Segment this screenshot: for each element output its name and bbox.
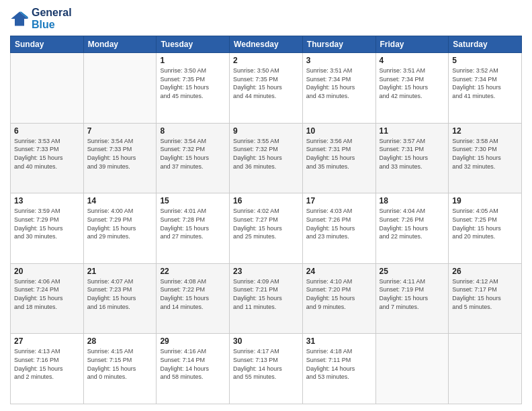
- calendar-cell: [11, 53, 84, 124]
- day-info: Sunrise: 4:05 AM Sunset: 7:25 PM Dayligh…: [452, 207, 518, 240]
- day-info: Sunrise: 4:04 AM Sunset: 7:26 PM Dayligh…: [380, 207, 445, 240]
- day-number: 5: [452, 56, 518, 65]
- calendar-cell: 5Sunrise: 3:52 AM Sunset: 7:34 PM Daylig…: [449, 53, 522, 124]
- weekday-header-wednesday: Wednesday: [230, 36, 303, 53]
- day-number: 18: [380, 196, 445, 205]
- day-info: Sunrise: 3:53 AM Sunset: 7:33 PM Dayligh…: [14, 137, 80, 171]
- logo: General Blue: [10, 7, 72, 30]
- calendar-cell: 27Sunrise: 4:13 AM Sunset: 7:16 PM Dayli…: [11, 334, 84, 404]
- day-info: Sunrise: 4:06 AM Sunset: 7:24 PM Dayligh…: [14, 277, 80, 311]
- calendar-cell: 6Sunrise: 3:53 AM Sunset: 7:33 PM Daylig…: [11, 123, 84, 193]
- weekday-header-tuesday: Tuesday: [157, 36, 230, 53]
- calendar-cell: 15Sunrise: 4:01 AM Sunset: 7:28 PM Dayli…: [157, 193, 230, 264]
- day-number: 14: [87, 196, 153, 205]
- calendar-cell: 26Sunrise: 4:12 AM Sunset: 7:17 PM Dayli…: [449, 263, 522, 334]
- calendar-cell: 22Sunrise: 4:08 AM Sunset: 7:22 PM Dayli…: [157, 263, 230, 334]
- calendar-cell: 10Sunrise: 3:56 AM Sunset: 7:31 PM Dayli…: [302, 123, 375, 193]
- calendar-cell: 28Sunrise: 4:15 AM Sunset: 7:15 PM Dayli…: [83, 334, 157, 404]
- day-number: 19: [452, 196, 518, 205]
- day-number: 27: [14, 336, 80, 346]
- day-info: Sunrise: 4:18 AM Sunset: 7:11 PM Dayligh…: [306, 347, 372, 381]
- day-info: Sunrise: 3:56 AM Sunset: 7:31 PM Dayligh…: [306, 137, 372, 171]
- calendar-cell: 2Sunrise: 3:50 AM Sunset: 7:35 PM Daylig…: [230, 53, 303, 124]
- weekday-header-sunday: Sunday: [11, 36, 84, 53]
- week-row-5: 27Sunrise: 4:13 AM Sunset: 7:16 PM Dayli…: [11, 334, 522, 404]
- calendar-cell: 18Sunrise: 4:04 AM Sunset: 7:26 PM Dayli…: [375, 193, 449, 264]
- calendar-cell: 13Sunrise: 3:59 AM Sunset: 7:29 PM Dayli…: [11, 193, 84, 264]
- day-info: Sunrise: 4:17 AM Sunset: 7:13 PM Dayligh…: [233, 347, 299, 381]
- day-info: Sunrise: 3:54 AM Sunset: 7:33 PM Dayligh…: [87, 137, 153, 171]
- calendar-cell: 24Sunrise: 4:10 AM Sunset: 7:20 PM Dayli…: [302, 263, 375, 334]
- day-info: Sunrise: 3:51 AM Sunset: 7:34 PM Dayligh…: [380, 66, 445, 100]
- day-number: 7: [87, 126, 153, 136]
- day-number: 28: [87, 336, 153, 346]
- calendar-cell: 20Sunrise: 4:06 AM Sunset: 7:24 PM Dayli…: [11, 263, 84, 334]
- calendar-cell: [83, 53, 157, 124]
- day-number: 8: [160, 126, 226, 136]
- day-info: Sunrise: 3:51 AM Sunset: 7:34 PM Dayligh…: [306, 66, 372, 100]
- week-row-1: 1Sunrise: 3:50 AM Sunset: 7:35 PM Daylig…: [11, 53, 522, 124]
- day-number: 13: [14, 196, 80, 205]
- calendar-cell: 30Sunrise: 4:17 AM Sunset: 7:13 PM Dayli…: [230, 334, 303, 404]
- week-row-3: 13Sunrise: 3:59 AM Sunset: 7:29 PM Dayli…: [11, 193, 522, 264]
- day-number: 1: [160, 56, 226, 65]
- day-info: Sunrise: 4:11 AM Sunset: 7:19 PM Dayligh…: [380, 277, 445, 311]
- calendar-cell: 12Sunrise: 3:58 AM Sunset: 7:30 PM Dayli…: [449, 123, 522, 193]
- logo-icon: [10, 9, 29, 28]
- logo-text: General Blue: [32, 7, 72, 30]
- day-number: 6: [14, 126, 80, 136]
- calendar-cell: 21Sunrise: 4:07 AM Sunset: 7:23 PM Dayli…: [83, 263, 157, 334]
- day-info: Sunrise: 3:57 AM Sunset: 7:31 PM Dayligh…: [380, 137, 445, 171]
- day-number: 24: [306, 267, 372, 276]
- calendar-cell: 19Sunrise: 4:05 AM Sunset: 7:25 PM Dayli…: [449, 193, 522, 264]
- day-info: Sunrise: 4:15 AM Sunset: 7:15 PM Dayligh…: [87, 347, 153, 381]
- calendar-cell: 7Sunrise: 3:54 AM Sunset: 7:33 PM Daylig…: [83, 123, 157, 193]
- day-info: Sunrise: 3:50 AM Sunset: 7:35 PM Dayligh…: [233, 66, 299, 100]
- day-number: 26: [452, 267, 518, 276]
- calendar-cell: 4Sunrise: 3:51 AM Sunset: 7:34 PM Daylig…: [375, 53, 449, 124]
- day-info: Sunrise: 3:54 AM Sunset: 7:32 PM Dayligh…: [160, 137, 226, 171]
- day-number: 30: [233, 336, 299, 346]
- day-number: 22: [160, 267, 226, 276]
- day-number: 3: [306, 56, 372, 65]
- day-info: Sunrise: 4:02 AM Sunset: 7:27 PM Dayligh…: [233, 207, 299, 240]
- day-number: 16: [233, 196, 299, 205]
- day-number: 11: [380, 126, 445, 136]
- calendar-cell: 16Sunrise: 4:02 AM Sunset: 7:27 PM Dayli…: [230, 193, 303, 264]
- week-row-4: 20Sunrise: 4:06 AM Sunset: 7:24 PM Dayli…: [11, 263, 522, 334]
- calendar-cell: 14Sunrise: 4:00 AM Sunset: 7:29 PM Dayli…: [83, 193, 157, 264]
- day-number: 23: [233, 267, 299, 276]
- calendar-cell: [449, 334, 522, 404]
- calendar-cell: 11Sunrise: 3:57 AM Sunset: 7:31 PM Dayli…: [375, 123, 449, 193]
- day-info: Sunrise: 3:50 AM Sunset: 7:35 PM Dayligh…: [160, 66, 226, 100]
- week-row-2: 6Sunrise: 3:53 AM Sunset: 7:33 PM Daylig…: [11, 123, 522, 193]
- day-number: 4: [380, 56, 445, 65]
- calendar-cell: 31Sunrise: 4:18 AM Sunset: 7:11 PM Dayli…: [302, 334, 375, 404]
- day-number: 15: [160, 196, 226, 205]
- weekday-header-row: SundayMondayTuesdayWednesdayThursdayFrid…: [11, 36, 522, 53]
- day-info: Sunrise: 3:55 AM Sunset: 7:32 PM Dayligh…: [233, 137, 299, 171]
- day-info: Sunrise: 4:13 AM Sunset: 7:16 PM Dayligh…: [14, 347, 80, 381]
- calendar-page: General Blue SundayMondayTuesdayWednesda…: [0, 0, 532, 411]
- weekday-header-friday: Friday: [375, 36, 449, 53]
- day-info: Sunrise: 4:10 AM Sunset: 7:20 PM Dayligh…: [306, 277, 372, 311]
- calendar-cell: 23Sunrise: 4:09 AM Sunset: 7:21 PM Dayli…: [230, 263, 303, 334]
- header: General Blue: [10, 7, 522, 30]
- day-info: Sunrise: 4:01 AM Sunset: 7:28 PM Dayligh…: [160, 207, 226, 240]
- day-number: 20: [14, 267, 80, 276]
- day-info: Sunrise: 4:16 AM Sunset: 7:14 PM Dayligh…: [160, 347, 226, 381]
- day-number: 29: [160, 336, 226, 346]
- calendar-cell: 3Sunrise: 3:51 AM Sunset: 7:34 PM Daylig…: [302, 53, 375, 124]
- day-info: Sunrise: 3:58 AM Sunset: 7:30 PM Dayligh…: [452, 137, 518, 171]
- calendar-cell: 29Sunrise: 4:16 AM Sunset: 7:14 PM Dayli…: [157, 334, 230, 404]
- weekday-header-saturday: Saturday: [449, 36, 522, 53]
- day-info: Sunrise: 4:03 AM Sunset: 7:26 PM Dayligh…: [306, 207, 372, 240]
- day-info: Sunrise: 4:09 AM Sunset: 7:21 PM Dayligh…: [233, 277, 299, 311]
- calendar-cell: 25Sunrise: 4:11 AM Sunset: 7:19 PM Dayli…: [375, 263, 449, 334]
- day-number: 2: [233, 56, 299, 65]
- calendar-cell: 1Sunrise: 3:50 AM Sunset: 7:35 PM Daylig…: [157, 53, 230, 124]
- day-number: 10: [306, 126, 372, 136]
- day-number: 9: [233, 126, 299, 136]
- day-number: 17: [306, 196, 372, 205]
- day-info: Sunrise: 4:07 AM Sunset: 7:23 PM Dayligh…: [87, 277, 153, 311]
